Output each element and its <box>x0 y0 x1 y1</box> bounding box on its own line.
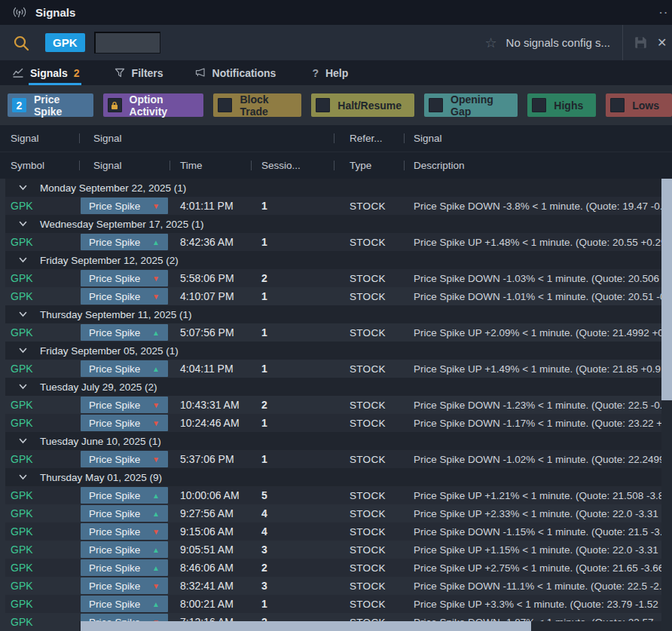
header-symbol[interactable]: Symbol <box>0 152 79 179</box>
session-cell: 1 <box>251 233 334 251</box>
signal-cell: Price Spike ▼ <box>79 414 170 432</box>
group-row[interactable]: Tuesday July 29, 2025 (2) <box>0 378 672 396</box>
chevron-down-icon[interactable] <box>19 348 27 354</box>
filter-chip[interactable]: Halt/Resume <box>311 93 414 117</box>
filter-chip-label: Highs <box>554 100 583 112</box>
direction-arrow: ▲ <box>152 564 160 572</box>
header-description[interactable]: Description <box>404 152 672 179</box>
chevron-down-icon[interactable] <box>19 438 27 444</box>
symbol-cell: GPK <box>0 577 79 595</box>
symbol-cell: GPK <box>0 360 79 378</box>
signal-row[interactable]: GPK Price Spike ▼ 8:32:41 AM 3 STOCK Pri… <box>0 577 672 595</box>
vertical-scrollbar[interactable] <box>661 179 672 631</box>
signal-row[interactable]: GPK Price Spike ▼ 10:24:46 AM 1 STOCK Pr… <box>0 414 672 432</box>
tab-help[interactable]: ? Help <box>303 60 357 85</box>
filter-chip-box[interactable] <box>532 98 546 112</box>
signal-row[interactable]: GPK Price Spike ▲ 8:42:36 AM 1 STOCK Pri… <box>0 233 672 251</box>
horizontal-scrollbar-thumb[interactable] <box>81 621 531 631</box>
group-row[interactable]: Monday September 22, 2025 (1) <box>0 179 672 197</box>
signals-config-label[interactable]: No signals config s... <box>506 36 610 49</box>
type-cell: STOCK <box>334 559 404 577</box>
tab-signals[interactable]: Signals 2 <box>0 60 89 85</box>
vertical-scrollbar-thumb[interactable] <box>661 179 672 400</box>
session-cell: 5 <box>251 486 334 504</box>
chevron-down-icon[interactable] <box>19 384 27 390</box>
group-row[interactable]: Tuesday June 10, 2025 (1) <box>0 432 672 450</box>
chevron-down-icon[interactable] <box>19 474 27 480</box>
filter-count-badge: 2 <box>17 100 23 112</box>
group-label: Tuesday June 10, 2025 (1) <box>40 436 161 447</box>
filter-chip-label: Option Activity <box>130 93 191 118</box>
window-menu-dots[interactable]: ·· <box>659 7 669 18</box>
tab-label: Notifications <box>212 60 276 85</box>
header-group-symbol[interactable]: Signal <box>0 125 79 152</box>
group-row[interactable]: Friday September 05, 2025 (1) <box>0 342 672 360</box>
filter-chip-box[interactable] <box>429 98 443 112</box>
group-row[interactable]: Friday September 12, 2025 (2) <box>0 251 672 269</box>
filter-chip-box[interactable]: 2 <box>12 98 26 112</box>
time-cell: 4:04:11 PM <box>170 360 251 378</box>
filter-chip[interactable]: Opening Gap <box>424 93 518 117</box>
type-cell: STOCK <box>334 486 404 504</box>
filter-chip[interactable]: 2 Price Spike <box>8 93 93 117</box>
session-cell: 4 <box>251 504 334 522</box>
close-icon[interactable]: ✕ <box>657 35 672 50</box>
favorite-star-icon[interactable]: ☆ <box>484 36 496 50</box>
header-type[interactable]: Type <box>334 152 404 179</box>
tab-count-badge: 2 <box>74 67 80 79</box>
filter-chip[interactable]: Option Activity <box>103 93 204 117</box>
filter-chip-box[interactable] <box>610 98 625 112</box>
window-title: Signals <box>35 6 75 19</box>
header-session[interactable]: Sessio... <box>251 152 334 179</box>
tab-notifications[interactable]: Notifications <box>186 60 286 85</box>
filter-chip-box[interactable] <box>316 98 330 112</box>
direction-arrow: ▼ <box>152 528 160 536</box>
signal-row[interactable]: GPK Price Spike ▲ 5:07:56 PM 1 STOCK Pri… <box>0 323 672 342</box>
filter-chip-box[interactable] <box>218 98 232 112</box>
symbol-chip[interactable]: GPK <box>45 33 85 52</box>
signal-row[interactable]: GPK Price Spike ▼ 4:01:11 PM 1 STOCK Pri… <box>0 197 672 215</box>
header-time[interactable]: Time <box>170 152 251 179</box>
header-group-description[interactable]: Signal <box>404 125 672 152</box>
filter-chip-label: Opening Gap <box>451 93 505 118</box>
chevron-down-icon[interactable] <box>19 311 27 317</box>
header-group-reference[interactable]: Refer... <box>334 125 404 152</box>
tab-filters[interactable]: Filters <box>105 60 173 85</box>
horizontal-scrollbar[interactable] <box>79 621 661 631</box>
badge-label: Price Spike <box>89 454 152 465</box>
group-row[interactable]: Thursday May 01, 2025 (9) <box>0 468 672 486</box>
signal-row[interactable]: GPK Price Spike ▼ 9:15:06 AM 4 STOCK Pri… <box>0 522 672 541</box>
filter-chip[interactable]: Lows <box>606 93 672 117</box>
signal-row[interactable]: GPK Price Spike ▼ 10:43:31 AM 2 STOCK Pr… <box>0 396 672 414</box>
broadcast-icon <box>12 7 27 18</box>
time-cell: 10:24:46 AM <box>170 414 251 432</box>
save-icon[interactable] <box>634 36 647 49</box>
signal-row[interactable]: GPK Price Spike ▲ 8:00:21 AM 1 STOCK Pri… <box>0 595 672 613</box>
header-signal[interactable]: Signal <box>79 152 170 179</box>
filter-chip[interactable]: Block Trade <box>213 93 301 117</box>
signal-badge: Price Spike ▲ <box>81 487 168 504</box>
chevron-down-icon[interactable] <box>19 221 27 227</box>
line-chart-icon <box>13 68 23 78</box>
signal-badge: Price Spike ▲ <box>81 234 168 250</box>
header-group-signal[interactable]: Signal <box>79 125 334 152</box>
signal-row[interactable]: GPK Price Spike ▼ 5:37:06 PM 1 STOCK Pri… <box>0 450 672 468</box>
group-row[interactable]: Wednesday September 17, 2025 (1) <box>0 215 672 233</box>
signal-badge: Price Spike ▲ <box>81 324 168 341</box>
group-row[interactable]: Thursday September 11, 2025 (1) <box>0 305 672 323</box>
direction-arrow: ▼ <box>152 419 160 427</box>
signal-row[interactable]: GPK Price Spike ▲ 4:04:11 PM 1 STOCK Pri… <box>0 360 672 378</box>
chevron-down-icon[interactable] <box>19 257 27 263</box>
direction-arrow: ▼ <box>152 293 160 301</box>
chevron-down-icon[interactable] <box>19 185 27 191</box>
signal-row[interactable]: GPK Price Spike ▼ 5:58:06 PM 2 STOCK Pri… <box>0 269 672 287</box>
signal-row[interactable]: GPK Price Spike ▲ 9:05:51 AM 3 STOCK Pri… <box>0 541 672 559</box>
signal-row[interactable]: GPK Price Spike ▲ 9:27:56 AM 4 STOCK Pri… <box>0 504 672 522</box>
signal-row[interactable]: GPK Price Spike ▼ 4:10:07 PM 1 STOCK Pri… <box>0 287 672 305</box>
signal-row[interactable]: GPK Price Spike ▲ 8:46:06 AM 2 STOCK Pri… <box>0 559 672 577</box>
signal-badge: Price Spike ▲ <box>81 559 168 576</box>
filter-chip-box[interactable] <box>108 98 122 112</box>
filter-chip[interactable]: Highs <box>527 93 596 117</box>
symbol-search-input[interactable] <box>94 32 160 54</box>
signal-row[interactable]: GPK Price Spike ▲ 10:00:06 AM 5 STOCK Pr… <box>0 486 672 504</box>
